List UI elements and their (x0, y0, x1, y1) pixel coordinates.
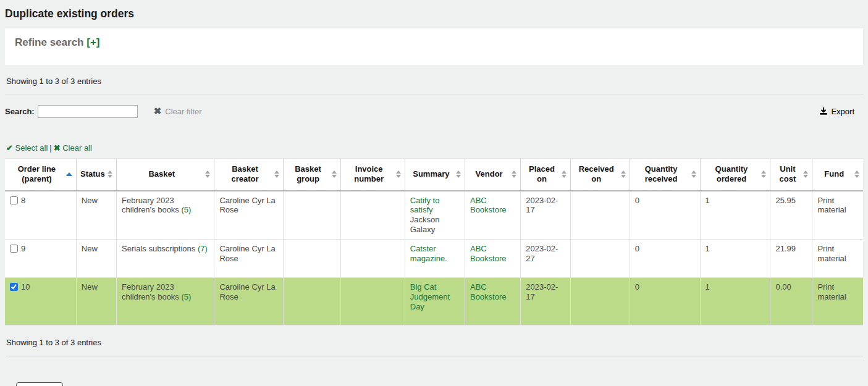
cell-quantity-received: 0 (630, 277, 700, 325)
table-body: 8 New February 2023 children's books (5)… (5, 191, 863, 325)
clear-filter-x-icon: ✖ (154, 106, 162, 117)
cell-quantity-received: 0 (630, 191, 700, 240)
sort-both-icon (107, 170, 112, 178)
cell-quantity-ordered: 1 (700, 191, 770, 240)
refine-search-panel: Refine search [+] (5, 28, 863, 65)
basket-link[interactable]: (5) (182, 292, 192, 301)
sort-both-icon (621, 170, 626, 178)
cell-status: New (76, 239, 116, 277)
col-header-invoice-number[interactable]: Invoice number (340, 159, 405, 191)
col-header-quantity-received[interactable]: Quantity received (630, 159, 700, 191)
cell-basket-group (283, 277, 340, 325)
sort-both-icon (691, 170, 696, 178)
cell-fund: Print material (812, 277, 863, 325)
cell-summary: Big Cat Judgement Day (405, 277, 465, 325)
table-row: 8 New February 2023 children's books (5)… (5, 191, 863, 240)
sort-both-icon (761, 170, 766, 178)
cell-basket: Serials subscriptions (7) (117, 239, 214, 277)
cell-unit-cost: 25.95 (770, 191, 812, 240)
export-label: Export (831, 107, 854, 116)
cell-quantity-ordered: 1 (700, 239, 770, 277)
cell-received-on (570, 191, 630, 240)
cell-basket: February 2023 children's books (5) (117, 191, 214, 240)
row-checkbox[interactable] (10, 245, 18, 253)
table-row: 9 New Serials subscriptions (7) Caroline… (5, 239, 863, 277)
cell-basket-group (283, 239, 340, 277)
cell-basket-creator: Caroline Cyr La Rose (214, 277, 283, 325)
search-input[interactable] (38, 105, 138, 118)
sort-both-icon (274, 170, 279, 178)
summary-title-link[interactable]: Catster magazine. (410, 244, 447, 263)
summary-title-link[interactable]: Catify to satisfy (410, 196, 440, 215)
x-icon: ✖ (54, 143, 61, 153)
order-line-number: 10 (21, 282, 30, 292)
sort-both-icon (803, 170, 808, 178)
cell-fund: Print material (812, 239, 863, 277)
col-label: Basket (148, 169, 175, 178)
vendor-link[interactable]: ABC Bookstore (470, 196, 507, 215)
basket-link[interactable]: (5) (182, 205, 192, 214)
cell-unit-cost: 0.00 (770, 277, 812, 325)
results-count-top: Showing 1 to 3 of 3 entries (5, 73, 863, 94)
col-label: Unit cost (780, 164, 796, 183)
row-checkbox[interactable] (10, 196, 18, 204)
clear-filter-label: Clear filter (165, 107, 201, 116)
select-all-label: Select all (15, 143, 48, 153)
download-icon (819, 107, 828, 115)
col-header-basket[interactable]: Basket (117, 159, 214, 191)
table-toolbar: Search: ✖Clear filter Export (5, 103, 863, 119)
refine-search-heading: Refine search [+] (15, 36, 853, 49)
cell-invoice-number (340, 239, 405, 277)
sort-both-icon (205, 170, 210, 178)
col-label: Placed on (529, 164, 555, 183)
sort-both-icon (396, 170, 401, 178)
col-header-unit-cost[interactable]: Unit cost (770, 159, 812, 191)
cell-fund: Print material (812, 191, 863, 240)
col-header-received-on[interactable]: Received on (570, 159, 630, 191)
order-line-number: 9 (21, 244, 25, 253)
clear-all-link[interactable]: ✖ Clear all (54, 143, 92, 153)
col-header-vendor[interactable]: Vendor (465, 159, 520, 191)
table-row-selected: 10 New February 2023 children's books (5… (5, 277, 863, 325)
search-label: Search: (5, 107, 35, 116)
col-label: Vendor (476, 169, 503, 178)
cell-quantity-received: 0 (630, 239, 700, 277)
cell-placed-on: 2023-02-17 (521, 191, 571, 240)
basket-name: February 2023 children's books (122, 282, 179, 301)
cell-basket: February 2023 children's books (5) (117, 277, 214, 325)
sort-asc-icon (66, 172, 72, 176)
sort-both-icon (562, 170, 567, 178)
cell-summary: Catster magazine. (405, 239, 465, 277)
row-checkbox[interactable] (10, 283, 18, 291)
basket-name: Serials subscriptions (122, 244, 195, 253)
cell-basket-group (283, 191, 340, 240)
next-button[interactable]: Next (16, 382, 63, 386)
vendor-link[interactable]: ABC Bookstore (470, 244, 507, 263)
col-header-basket-creator[interactable]: Basket creator (214, 159, 283, 191)
cell-unit-cost: 21.99 (770, 239, 812, 277)
col-header-placed-on[interactable]: Placed on (521, 159, 571, 191)
basket-link[interactable]: (7) (198, 244, 208, 253)
table-header: Order line (parent) Status Basket Basket… (5, 159, 863, 191)
select-all-link[interactable]: ✔ Select all (6, 143, 48, 153)
col-header-order-line[interactable]: Order line (parent) (5, 159, 76, 191)
refine-search-expand-toggle[interactable]: [+] (86, 36, 99, 48)
col-label: Order line (parent) (18, 164, 56, 183)
col-header-fund[interactable]: Fund (812, 159, 863, 191)
vendor-link[interactable]: ABC Bookstore (470, 282, 507, 301)
summary-title-link[interactable]: Big Cat Judgement Day (410, 282, 450, 311)
cell-quantity-ordered: 1 (700, 277, 770, 325)
export-button[interactable]: Export (819, 107, 854, 116)
col-header-basket-group[interactable]: Basket group (283, 159, 340, 191)
col-label: Invoice number (354, 164, 384, 183)
cell-invoice-number (340, 277, 405, 325)
results-count-bottom: Showing 1 to 3 of 3 entries (6, 338, 863, 356)
col-label: Quantity received (645, 164, 678, 183)
col-header-summary[interactable]: Summary (405, 159, 465, 191)
clear-filter-button[interactable]: ✖Clear filter (154, 106, 202, 117)
col-label: Status (80, 169, 105, 178)
cell-status: New (76, 277, 116, 325)
col-header-status[interactable]: Status (76, 159, 116, 191)
col-header-quantity-ordered[interactable]: Quantity ordered (700, 159, 770, 191)
col-label: Quantity ordered (715, 164, 748, 183)
